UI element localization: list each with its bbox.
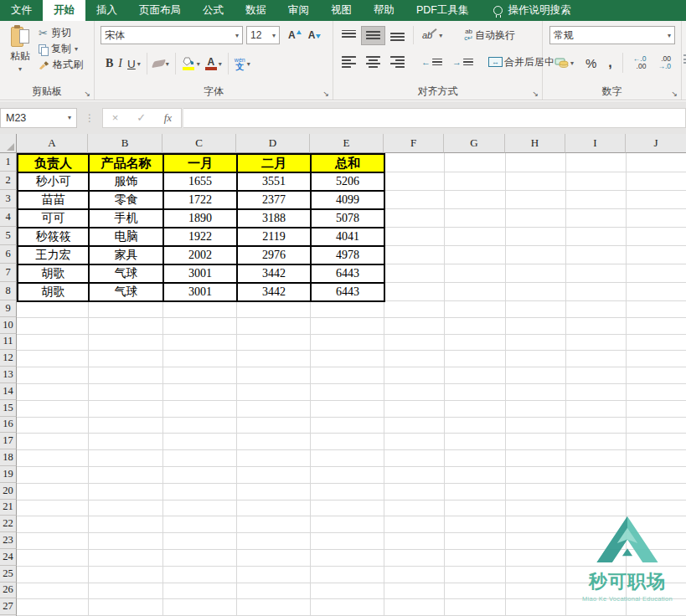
cell[interactable]: 气球 <box>89 264 163 283</box>
cell[interactable]: 胡歌 <box>18 283 89 301</box>
row-header[interactable]: 20 <box>0 483 17 500</box>
cell[interactable]: 2377 <box>237 191 311 209</box>
menu-tab[interactable]: 插入 <box>85 0 128 21</box>
menu-tab[interactable]: 帮助 <box>363 0 405 21</box>
align-middle-button[interactable] <box>361 26 385 45</box>
borders-button[interactable]: ▾ <box>151 59 172 69</box>
cell[interactable]: 6443 <box>311 264 384 283</box>
column-header[interactable]: G <box>444 134 505 153</box>
row-header[interactable]: 7 <box>0 264 17 282</box>
cell[interactable]: 苗苗 <box>18 191 89 209</box>
align-center-button[interactable] <box>361 52 385 72</box>
accounting-format-button[interactable]: ▾ <box>549 54 579 73</box>
menu-tab[interactable]: 文件 <box>0 0 43 21</box>
row-header[interactable]: 6 <box>0 245 17 264</box>
row-header[interactable]: 3 <box>0 190 17 208</box>
italic-button[interactable]: I <box>116 55 125 72</box>
cell[interactable]: 4099 <box>311 191 384 209</box>
decrease-decimal-button[interactable]: .00→.0 <box>652 51 676 74</box>
row-header[interactable]: 10 <box>0 317 17 334</box>
table-header-cell[interactable]: 一月 <box>163 154 237 172</box>
cell[interactable]: 家具 <box>89 246 163 264</box>
underline-button[interactable]: U ▾ <box>125 56 143 72</box>
row-header[interactable]: 5 <box>0 227 17 245</box>
increase-decimal-button[interactable]: ←.0.00 <box>628 51 652 74</box>
increase-indent-button[interactable]: → <box>447 53 478 71</box>
paste-button[interactable]: 粘贴 ▾ <box>5 24 35 88</box>
column-header[interactable]: C <box>162 134 236 153</box>
fill-color-button[interactable]: ▾ <box>179 55 203 72</box>
cell[interactable]: 3001 <box>163 283 237 301</box>
cell[interactable]: 1922 <box>163 228 237 246</box>
row-header[interactable]: 17 <box>0 433 17 449</box>
align-top-button[interactable] <box>337 26 361 45</box>
copy-button[interactable]: 复制 ▾ <box>37 41 94 57</box>
name-box[interactable]: M23 ▾ <box>0 108 77 128</box>
column-header[interactable]: J <box>626 134 686 153</box>
dialog-launcher-icon[interactable]: ↘ <box>671 90 678 98</box>
align-bottom-button[interactable] <box>385 26 410 45</box>
cancel-icon[interactable]: × <box>112 111 119 124</box>
row-header[interactable]: 13 <box>0 367 17 383</box>
menu-tab[interactable]: 审阅 <box>277 0 320 21</box>
row-header[interactable]: 12 <box>0 350 17 367</box>
decrease-font-button[interactable]: A <box>305 28 325 43</box>
row-header[interactable]: 4 <box>0 208 17 227</box>
cell[interactable]: 零食 <box>89 191 163 209</box>
cell[interactable]: 3551 <box>237 172 311 191</box>
formula-input[interactable] <box>183 108 686 128</box>
row-header[interactable]: 27 <box>0 598 17 615</box>
select-all-corner[interactable] <box>0 134 17 153</box>
row-header[interactable]: 23 <box>0 532 17 549</box>
cell[interactable]: 1722 <box>163 191 237 209</box>
column-header[interactable]: A <box>17 134 88 153</box>
decrease-indent-button[interactable]: ← <box>416 53 447 71</box>
percent-style-button[interactable]: % <box>580 52 601 74</box>
menu-tab[interactable]: 数据 <box>235 0 277 21</box>
row-header[interactable]: 19 <box>0 466 17 483</box>
row-header[interactable]: 26 <box>0 583 17 599</box>
cell[interactable]: 4041 <box>311 228 384 246</box>
enter-icon[interactable]: ✓ <box>137 111 146 124</box>
row-header[interactable]: 11 <box>0 334 17 351</box>
column-header[interactable]: I <box>565 134 626 153</box>
cell[interactable]: 5206 <box>311 172 384 191</box>
table-header-cell[interactable]: 负责人 <box>18 154 89 172</box>
cell[interactable]: 电脑 <box>89 228 163 246</box>
dialog-launcher-icon[interactable]: ↘ <box>84 90 90 98</box>
row-header[interactable]: 16 <box>0 417 17 434</box>
cell[interactable]: 气球 <box>89 283 163 301</box>
column-header[interactable]: H <box>505 134 565 153</box>
cell[interactable]: 秒筱筱 <box>18 228 89 246</box>
cell[interactable]: 可可 <box>18 209 89 228</box>
number-format-select[interactable]: 常规 ▾ <box>549 26 675 44</box>
cut-button[interactable]: ✂ 剪切 <box>37 25 94 41</box>
column-header[interactable]: B <box>88 134 162 153</box>
align-right-button[interactable] <box>385 52 410 72</box>
align-left-button[interactable] <box>337 52 361 72</box>
cell[interactable]: 王力宏 <box>18 246 89 264</box>
cell[interactable]: 6443 <box>311 283 384 301</box>
row-header[interactable]: 14 <box>0 383 17 400</box>
insert-function-icon[interactable]: fx <box>164 111 172 125</box>
row-header[interactable]: 1 <box>0 153 17 172</box>
cell[interactable]: 3442 <box>237 283 311 301</box>
cell[interactable]: 2119 <box>237 228 311 246</box>
dialog-launcher-icon[interactable]: ↘ <box>322 90 329 98</box>
cell[interactable]: 5078 <box>311 209 384 228</box>
row-header[interactable]: 21 <box>0 500 17 516</box>
comma-style-button[interactable]: , <box>603 51 616 74</box>
cell[interactable]: 2002 <box>163 246 237 264</box>
wrap-text-button[interactable]: ab c↵ 自动换行 <box>459 24 520 47</box>
row-header[interactable]: 15 <box>0 400 17 417</box>
row-header[interactable]: 25 <box>0 566 17 583</box>
tell-me-search[interactable]: 操作说明搜索 <box>493 0 571 21</box>
menu-tab[interactable]: 开始 <box>43 0 85 21</box>
font-color-button[interactable]: A ▾ <box>203 56 224 72</box>
cell[interactable]: 4978 <box>311 246 384 264</box>
cell[interactable]: 1655 <box>163 172 237 191</box>
menu-tab[interactable]: 公式 <box>192 0 235 21</box>
table-header-cell[interactable]: 二月 <box>237 154 311 172</box>
menu-tab[interactable]: 视图 <box>320 0 363 21</box>
font-name-select[interactable]: 宋体 ▾ <box>101 26 243 44</box>
